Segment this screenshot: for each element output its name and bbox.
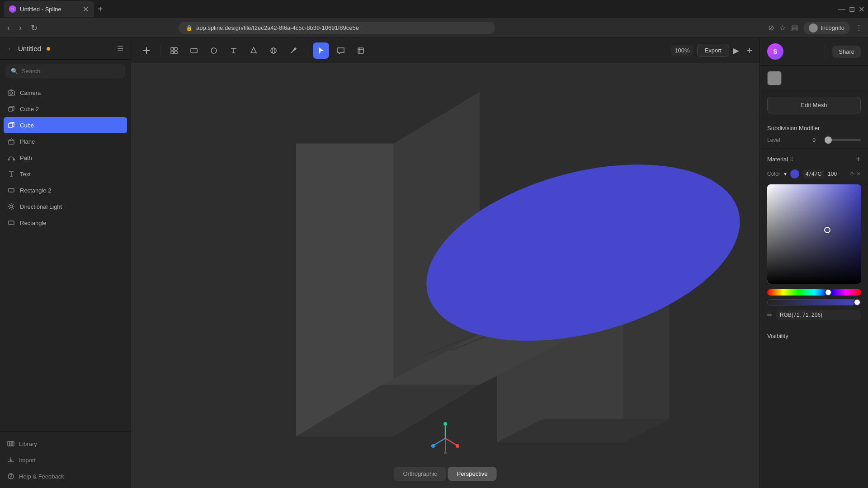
level-value: 0 <box>807 137 821 143</box>
color-dot[interactable] <box>790 169 799 178</box>
alpha-slider[interactable] <box>767 299 861 305</box>
search-input-wrap[interactable]: 🔍 <box>5 64 125 78</box>
hue-slider-thumb[interactable] <box>825 289 832 296</box>
url-text: app.spline.design/file/f2ec2a42-8f6a-4c5… <box>196 24 359 31</box>
text-tool-btn[interactable] <box>226 42 242 59</box>
sidebar-item-rectangle2[interactable]: Rectangle 2 <box>0 182 131 198</box>
color-label: Color <box>767 171 780 177</box>
sidebar-icon[interactable]: ▤ <box>791 23 798 32</box>
reload-btn[interactable]: ↻ <box>29 21 39 35</box>
material-add-btn[interactable]: + <box>856 155 861 164</box>
sidebar-item-label: Text <box>20 171 31 178</box>
add-object-btn[interactable] <box>138 42 155 59</box>
help-label: Help & Feedback <box>19 473 64 480</box>
visibility-title: Visibility <box>767 333 861 339</box>
rectangle2-icon <box>7 186 15 194</box>
back-arrow-icon[interactable]: ← <box>7 45 14 53</box>
bookmark-icon[interactable]: ☆ <box>779 23 786 32</box>
frame-tool[interactable] <box>353 42 369 59</box>
chevron-down-icon: ▾ <box>784 171 787 177</box>
incognito-label: Incognito <box>821 24 844 31</box>
new-tab-btn[interactable]: + <box>98 4 103 14</box>
maximize-btn[interactable]: ⊡ <box>849 5 855 14</box>
drag-handle-icon: ⠿ <box>790 156 794 163</box>
cone-tool[interactable] <box>245 42 262 59</box>
zoom-display[interactable]: 100% <box>671 45 693 56</box>
sidebar-item-rectangle[interactable]: Rectangle <box>0 215 131 231</box>
sidebar-header-actions: ☰ <box>117 44 123 53</box>
sidebar-item-directional-light[interactable]: Directional Light <box>0 198 131 215</box>
export-btn[interactable]: Export <box>697 44 730 57</box>
canvas-bg[interactable]: Orthographic Perspective <box>131 63 760 488</box>
level-row: Level 0 <box>767 137 861 143</box>
sidebar-item-cube[interactable]: Cube <box>4 117 127 133</box>
forward-nav-btn[interactable]: › <box>17 21 24 34</box>
level-slider[interactable] <box>825 139 861 141</box>
select-group-tool[interactable] <box>166 42 182 59</box>
edit-mesh-btn[interactable]: Edit Mesh <box>767 97 861 113</box>
library-btn[interactable]: Library <box>7 437 123 450</box>
address-bar-icons: ⊘ ☆ ▤ Incognito ⋮ <box>768 22 863 34</box>
visibility-section: Visibility <box>760 327 868 348</box>
material-header: Material ⠿ + <box>767 155 861 164</box>
incognito-btn[interactable]: Incognito <box>803 22 850 34</box>
minimize-btn[interactable]: — <box>838 5 845 13</box>
sidebar-item-plane[interactable]: Plane <box>0 133 131 150</box>
color-swatch-section <box>760 66 868 91</box>
menu-btn[interactable]: ⋮ <box>855 23 863 32</box>
svg-point-44 <box>444 451 447 454</box>
svg-rect-18 <box>175 47 177 50</box>
close-btn[interactable]: ✕ <box>859 5 864 14</box>
import-label: Import <box>19 457 36 464</box>
back-nav-btn[interactable]: ‹ <box>5 21 12 34</box>
help-btn[interactable]: Help & Feedback <box>7 470 123 483</box>
svg-point-25 <box>295 48 296 49</box>
sync-icon[interactable]: ⟳ <box>850 171 854 177</box>
pen-tool[interactable] <box>285 42 302 59</box>
plane-icon <box>7 137 15 145</box>
alpha-slider-thumb[interactable] <box>854 299 861 306</box>
rgb-value[interactable]: RGB(71, 71, 206) <box>776 310 861 320</box>
cast-icon[interactable]: ⊘ <box>768 23 774 32</box>
sidebar-item-cube2[interactable]: Cube 2 <box>0 101 131 117</box>
sidebar-header: ← Untitled ☰ <box>0 38 131 60</box>
gizmo <box>427 420 463 456</box>
rectangle-tool[interactable] <box>186 42 202 59</box>
circle-tool[interactable] <box>206 42 222 59</box>
cursor-tool[interactable] <box>313 42 329 59</box>
toolbar-add-btn[interactable]: + <box>746 45 752 56</box>
hamburger-icon[interactable]: ☰ <box>117 44 123 53</box>
color-gradient-field[interactable] <box>767 184 861 284</box>
sidebar-item-camera[interactable]: Camera <box>0 84 131 101</box>
svg-rect-7 <box>9 188 14 192</box>
library-icon <box>7 440 14 447</box>
share-btn[interactable]: Share <box>832 46 861 58</box>
color-picker-cursor[interactable] <box>824 227 830 233</box>
browser-tab[interactable]: S Untitled - Spline ✕ <box>4 1 94 17</box>
import-btn[interactable]: Import <box>7 454 123 466</box>
sidebar-item-path[interactable]: Path <box>0 150 131 166</box>
perspective-btn[interactable]: Perspective <box>448 467 497 481</box>
svg-rect-9 <box>9 221 14 225</box>
svg-line-41 <box>434 438 445 445</box>
url-bar[interactable]: 🔒 app.spline.design/file/f2ec2a42-8f6a-4… <box>179 22 495 34</box>
color-hex[interactable]: 4747C <box>803 169 824 178</box>
comment-tool[interactable] <box>333 42 349 59</box>
tab-close-btn[interactable]: ✕ <box>83 5 89 14</box>
sphere-tool[interactable] <box>265 42 282 59</box>
hue-slider[interactable] <box>767 289 861 296</box>
color-swatch-preview[interactable] <box>767 71 782 85</box>
search-input[interactable] <box>22 68 120 75</box>
orthographic-btn[interactable]: Orthographic <box>394 467 446 481</box>
svg-rect-2 <box>9 108 12 111</box>
sidebar-item-text[interactable]: Text <box>0 166 131 182</box>
level-slider-thumb[interactable] <box>825 136 832 144</box>
canvas-main[interactable]: Orthographic Perspective <box>131 63 760 488</box>
path-icon <box>7 154 15 162</box>
close-color-icon[interactable]: ✕ <box>856 171 861 177</box>
eyedropper-icon[interactable]: ✏ <box>767 311 773 319</box>
sidebar-item-label: Camera <box>20 89 41 96</box>
color-type-dropdown[interactable]: ▾ <box>784 171 787 177</box>
play-btn[interactable]: ▶ <box>733 46 739 56</box>
unsaved-indicator <box>47 47 50 51</box>
